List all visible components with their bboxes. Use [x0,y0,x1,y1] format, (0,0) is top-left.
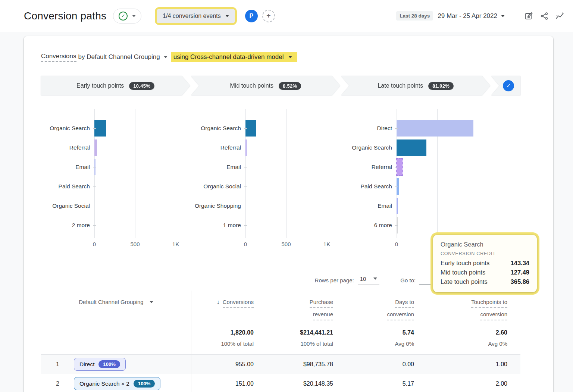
axis-tick [244,128,247,129]
chart-plot-area [94,109,192,238]
phase-label: Late touch points [378,82,423,89]
share-button[interactable] [536,8,552,24]
chart-plot-column: 05001K [397,109,494,251]
dimension-header-label: Default Channel Grouping [79,299,143,305]
conversions-table: Default Channel Grouping ↓ConversionsPur… [41,291,520,392]
chart-bar-row [94,138,192,157]
totals-value: 1,820.00 [191,323,254,336]
rows-per-page-select[interactable]: 10 [358,276,380,285]
axis-tick [395,148,398,148]
channel-pill[interactable]: Organic Search × 2100% [74,377,160,390]
chart-bar[interactable] [94,120,106,137]
category-label: Paid Search [343,177,392,196]
axis-tick [244,206,247,206]
row-value-cell: 1.00 [414,355,520,374]
chart-bar-row [397,177,494,196]
column-header-4[interactable]: Touchpoints toconversion [414,291,520,323]
attribution-model-selector[interactable]: using Cross-channel data-driven model [171,52,297,62]
phase-percentage-badge: 10.45% [129,82,154,90]
chart-bar-row [245,196,343,216]
tooltip-title: Organic Search [441,241,529,248]
x-tick-label: 1K [172,241,179,247]
report-status-dropdown[interactable]: ✓ [113,9,141,23]
header-line-wrap: Days to [333,297,414,310]
metric-selector[interactable]: Conversions [41,53,76,62]
category-label: Organic Social [192,177,241,196]
totals-cell-2: $214,441.21100% of total [254,323,333,354]
chart-tooltip: Organic Search CONVERSION CREDIT Early t… [430,232,539,295]
totals-subtext: 100% of total [254,341,333,347]
conversion-charts: Organic SearchReferralEmailPaid SearchOr… [41,109,520,251]
add-comparison-button[interactable]: + [262,10,275,22]
table-totals-row: 1,820.00100% of total$214,441.21100% of … [41,323,520,355]
chart-bar[interactable] [397,120,473,137]
chart-bar[interactable] [245,120,256,137]
header-line-wrap: conversion [333,310,414,322]
chart-bar-row [94,177,192,196]
phase-tab-1[interactable]: Early touch points10.45% [41,76,190,95]
header-line-wrap: Purchase [254,297,333,310]
chart-bar-row [397,138,494,157]
axis-tick [395,128,398,129]
phase-tab-3[interactable]: Late touch points81.02% [341,76,490,95]
edit-report-icon [524,12,533,21]
chart-bar[interactable] [397,139,426,156]
conversion-events-button[interactable]: 1/4 conversion events [157,9,235,23]
chart-category-labels: DirectOrganic SearchReferralPaid SearchE… [343,109,397,251]
header-line-wrap: revenue [254,310,333,322]
tooltip-row-value: 365.86 [511,278,529,285]
edit-report-button[interactable] [521,8,536,24]
axis-tick [244,225,247,226]
bar-chart-3: DirectOrganic SearchReferralPaid SearchE… [343,109,494,251]
x-tick-label: 0 [244,241,247,247]
category-label: Organic Search [343,138,392,157]
dimension-column-header[interactable]: Default Channel Grouping [41,291,191,323]
column-header-label: conversion [387,310,414,320]
chart-bar-row [245,177,343,196]
totals-value: 2.60 [414,323,507,336]
row-index: 2 [56,380,63,387]
header-line-wrap: Touchpoints to [414,297,507,310]
axis-tick [244,186,247,187]
chart-category-labels: Organic SearchReferralEmailPaid SearchOr… [41,109,94,251]
phase-segment-wrap: Mid touch points8.52% [191,76,340,95]
chart-bar-row [94,119,192,138]
date-range-selector[interactable]: 29 Mar - 25 Apr 2022 [438,12,505,20]
date-preset-badge: Last 28 days [396,11,433,21]
header-line-wrap: ↓Conversions [191,297,254,310]
row-value-cell: 151.00 [191,374,254,392]
chart-bar-row [94,216,192,235]
column-header-label: revenue [313,310,333,320]
chart-bar-row [94,157,192,177]
axis-tick [93,206,96,206]
tooltip-row: Early touch points143.34 [441,260,529,267]
phase-complete-segment[interactable]: ✓ [491,76,520,95]
category-label: Referral [41,138,90,157]
axis-tick [93,128,96,129]
category-label: Paid Search [41,177,90,196]
row-index: 1 [56,361,63,368]
avatar[interactable]: P [245,10,258,22]
column-header-label: Conversions [223,297,254,308]
channel-pill[interactable]: Direct100% [74,358,126,371]
channel-name: Direct [79,361,94,368]
chart-plot-column: 05001K [245,109,343,251]
column-header-label: conversion [480,310,507,320]
column-header-3[interactable]: Days toconversion [333,291,414,323]
chevron-down-icon [150,301,153,303]
chevron-down-icon [164,56,167,58]
channel-name: Organic Search × 2 [79,380,129,387]
category-label: Organic Shopping [192,196,241,216]
phase-percentage-badge: 8.52% [279,82,301,90]
insights-button[interactable] [552,8,568,24]
category-label: Organic Search [192,119,241,138]
table-row: 2Organic Search × 2100%151.00$20,148.355… [41,374,520,392]
column-header-2[interactable]: Purchaserevenue [254,291,333,323]
app-header: Conversion paths ✓ 1/4 conversion events… [0,0,573,32]
category-label: Organic Search [41,119,90,138]
axis-tick [395,225,398,226]
column-header-1[interactable]: ↓Conversions [191,291,254,323]
chevron-down-icon [501,15,505,17]
phase-tab-2[interactable]: Mid touch points8.52% [191,76,340,95]
chart-bar-row [245,138,343,157]
